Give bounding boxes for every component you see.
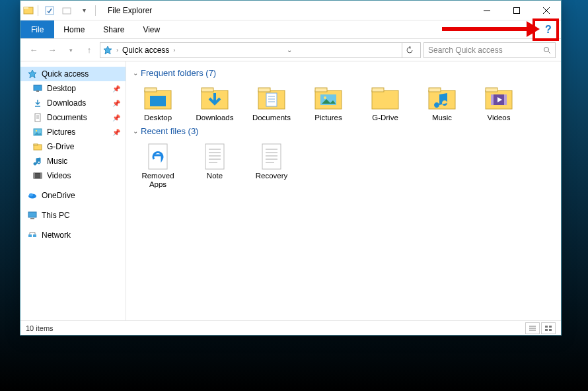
file-item-removed-apps[interactable]: Removed Apps [133, 141, 183, 190]
folder-item-desktop[interactable]: Desktop [133, 83, 183, 124]
svg-rect-29 [30, 218, 34, 219]
sidebar-item-label: This PC [42, 211, 70, 220]
svg-rect-22 [34, 144, 38, 145]
svg-rect-55 [486, 88, 497, 92]
text-file-icon [199, 143, 231, 170]
qat-customize-dropdown-icon[interactable]: ▾ [77, 3, 91, 18]
app-icon [23, 5, 34, 16]
sidebar-this-pc[interactable]: This PC [20, 208, 126, 223]
forward-button[interactable]: → [44, 42, 60, 58]
sidebar-quick-access[interactable]: Quick access [20, 67, 126, 81]
help-button[interactable]: ? [540, 22, 557, 38]
svg-rect-15 [35, 114, 40, 122]
group-recent-files[interactable]: ⌄ Recent files (3) [133, 126, 554, 136]
refresh-button[interactable] [402, 43, 418, 57]
tab-home[interactable]: Home [54, 20, 94, 38]
sidebar-item-gdrive[interactable]: G-Drive [20, 139, 126, 154]
svg-point-9 [544, 47, 549, 52]
sidebar-item-videos[interactable]: Videos [20, 168, 126, 183]
svg-rect-47 [315, 88, 327, 92]
view-mode-toggles [525, 322, 556, 334]
file-explorer-window: ▾ File Explorer File Home Share View ? [20, 0, 562, 336]
search-placeholder-text: Search Quick access [428, 46, 503, 55]
details-view-button[interactable] [525, 322, 540, 334]
expand-ribbon-button[interactable] [523, 22, 540, 38]
breadcrumb-current[interactable]: Quick access [122, 46, 169, 55]
status-item-count: 10 items [26, 324, 54, 332]
svg-rect-25 [40, 173, 42, 178]
svg-rect-37 [150, 96, 166, 106]
downloads-icon [199, 85, 231, 112]
chevron-right-icon-2[interactable]: › [172, 47, 176, 53]
file-item-note[interactable]: Note [190, 141, 240, 190]
svg-rect-50 [372, 90, 398, 109]
svg-point-20 [36, 130, 37, 131]
group-frequent-folders[interactable]: ⌄ Frequent folders (7) [133, 68, 554, 78]
sidebar-onedrive[interactable]: OneDrive [20, 188, 126, 203]
downloads-icon [32, 98, 43, 108]
titlebar-left: ▾ File Explorer [20, 3, 152, 18]
folder-item-music[interactable]: Music [417, 83, 467, 124]
svg-line-10 [548, 52, 550, 53]
tab-share[interactable]: Share [94, 20, 133, 38]
address-history-dropdown[interactable]: ⌄ [284, 46, 295, 53]
folder-item-gdrive[interactable]: G-Drive [360, 83, 410, 124]
up-button[interactable]: ↑ [81, 42, 97, 58]
minimize-button[interactable] [472, 1, 501, 20]
sidebar-item-pictures[interactable]: Pictures 📌 [20, 125, 126, 139]
videos-icon [483, 85, 515, 112]
svg-rect-58 [504, 94, 507, 105]
sidebar-item-label: Videos [47, 171, 71, 180]
pictures-icon [32, 127, 43, 137]
folder-item-documents[interactable]: Documents [246, 83, 297, 124]
folder-item-downloads[interactable]: Downloads [190, 83, 240, 124]
svg-rect-79 [549, 329, 552, 331]
pictures-icon [312, 85, 344, 112]
sidebar-item-label: Pictures [47, 127, 75, 137]
tab-file[interactable]: File [20, 20, 54, 38]
svg-marker-8 [104, 46, 112, 54]
svg-rect-76 [545, 326, 548, 328]
qat-newfolder-icon[interactable] [59, 3, 74, 18]
qat-properties-icon[interactable] [42, 3, 57, 18]
maximize-button[interactable] [501, 1, 531, 20]
sidebar-network[interactable]: Network [20, 228, 126, 242]
item-label: Documents [252, 114, 291, 122]
qat-separator-2 [95, 5, 96, 16]
network-icon [27, 230, 38, 240]
sidebar-item-music[interactable]: Music [20, 154, 126, 168]
large-icons-view-button[interactable] [541, 322, 556, 334]
svg-rect-41 [258, 88, 270, 92]
svg-rect-57 [491, 94, 494, 105]
sidebar-item-documents[interactable]: Documents 📌 [20, 110, 126, 125]
status-bar: 10 items [20, 320, 561, 335]
folder-item-pictures[interactable]: Pictures [303, 83, 353, 124]
file-item-recovery[interactable]: Recovery [246, 141, 297, 190]
sidebar-item-label: Network [42, 231, 71, 240]
item-label: Recovery [256, 172, 288, 180]
svg-rect-30 [28, 234, 32, 237]
documents-icon [32, 112, 43, 123]
item-label: Pictures [314, 114, 342, 122]
svg-rect-53 [429, 88, 441, 92]
item-label: Desktop [144, 114, 172, 122]
sidebar-item-downloads[interactable]: Downloads 📌 [20, 96, 126, 110]
svg-rect-36 [145, 88, 157, 92]
sidebar-item-label: Desktop [47, 84, 76, 93]
search-input[interactable]: Search Quick access [423, 42, 556, 58]
recent-locations-dropdown[interactable]: ▾ [63, 42, 79, 58]
sidebar-item-label: Downloads [47, 98, 86, 108]
folder-item-videos[interactable]: Videos [474, 83, 524, 124]
close-button[interactable] [531, 1, 561, 20]
sidebar-item-label: Quick access [42, 69, 89, 79]
svg-rect-61 [205, 144, 224, 169]
tab-view[interactable]: View [133, 20, 169, 38]
music-icon [426, 85, 458, 112]
folder-icon [32, 141, 43, 152]
desktop-icon [142, 85, 174, 112]
item-label: Downloads [196, 114, 234, 122]
back-button[interactable]: ← [26, 42, 42, 58]
sidebar-item-desktop[interactable]: Desktop 📌 [20, 81, 126, 96]
address-bar[interactable]: › Quick access › ⌄ [100, 42, 421, 58]
chevron-right-icon[interactable]: › [115, 47, 120, 53]
